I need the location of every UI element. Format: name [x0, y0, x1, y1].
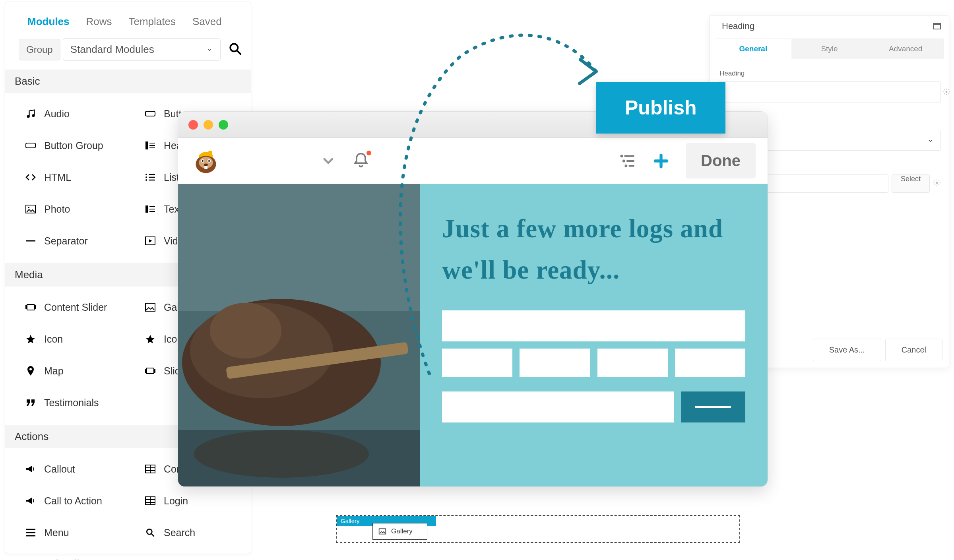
search-icon[interactable] — [228, 41, 243, 58]
svg-rect-42 — [178, 184, 420, 311]
settings-tab-style[interactable]: Style — [791, 39, 868, 59]
traffic-light-maximize[interactable] — [219, 120, 228, 130]
done-button[interactable]: Done — [686, 143, 756, 178]
star-icon — [144, 333, 157, 345]
page-content: Just a few more logs and we'll be ready.… — [178, 184, 768, 486]
bullhorn-icon — [24, 463, 37, 475]
module-login[interactable]: Login — [128, 485, 248, 517]
gallery-icon — [378, 528, 386, 535]
tab-rows[interactable]: Rows — [86, 16, 112, 28]
form-field-small-3[interactable] — [597, 349, 668, 377]
section-basic: Basic — [5, 70, 251, 93]
page-photo — [178, 184, 420, 486]
svg-rect-11 — [145, 205, 148, 213]
slider-icon — [24, 301, 37, 314]
slideshow-icon — [144, 364, 157, 377]
gallery-icon — [144, 301, 157, 314]
module-audio[interactable]: Audio — [8, 98, 128, 130]
form-field-small-1[interactable] — [442, 349, 512, 377]
notifications-button[interactable] — [352, 151, 370, 171]
tab-modules[interactable]: Modules — [27, 16, 69, 28]
beaver-logo-icon — [190, 145, 222, 177]
select-label: Standard Modules — [70, 43, 154, 56]
outline-icon[interactable] — [619, 154, 636, 168]
svg-rect-19 — [145, 369, 146, 373]
minus-icon — [24, 234, 37, 247]
traffic-light-minimize[interactable] — [204, 120, 213, 130]
module-subscribe-form[interactable]: Subscribe Form — [8, 548, 128, 560]
standard-modules-select[interactable]: Standard Modules — [63, 38, 221, 61]
save-as-button[interactable]: Save As... — [813, 339, 881, 361]
module-icon[interactable]: Icon — [8, 323, 128, 355]
module-map[interactable]: Map — [8, 355, 128, 387]
video-icon — [144, 234, 157, 247]
chevron-down-icon[interactable] — [320, 153, 336, 169]
module-html[interactable]: HTML — [8, 161, 128, 193]
svg-rect-37 — [208, 151, 212, 155]
svg-point-27 — [946, 91, 948, 93]
tab-templates[interactable]: Templates — [128, 16, 176, 28]
gallery-drop-zone[interactable]: Gallery Gallery — [336, 515, 740, 543]
group-button[interactable]: Group — [19, 39, 60, 60]
heading-field[interactable] — [718, 81, 941, 103]
module-menu[interactable]: Menu — [8, 517, 128, 548]
page-headline: Just a few more logs and we'll be ready.… — [442, 208, 745, 291]
search-icon — [144, 526, 157, 539]
gear-icon[interactable] — [933, 179, 941, 189]
app-toolbar: Done — [178, 138, 768, 184]
form-submit-button[interactable] — [681, 391, 745, 422]
select-link-button[interactable]: Select — [892, 174, 930, 193]
gear-icon[interactable] — [942, 88, 950, 97]
image-icon — [24, 203, 37, 215]
notification-dot-icon — [366, 151, 371, 155]
chevron-down-icon — [206, 46, 213, 53]
window-icon[interactable] — [933, 23, 941, 29]
settings-tab-general[interactable]: General — [715, 39, 791, 59]
modules-filter-row: Group Standard Modules — [5, 38, 251, 68]
svg-point-48 — [194, 430, 369, 478]
svg-point-1 — [27, 115, 30, 118]
svg-point-28 — [936, 182, 938, 184]
module-button-group[interactable]: Button Group — [8, 130, 128, 161]
svg-rect-3 — [145, 111, 155, 116]
module-separator[interactable]: Separator — [8, 225, 128, 257]
svg-point-17 — [29, 368, 32, 370]
chevron-down-icon — [927, 137, 934, 144]
publish-button[interactable]: Publish — [596, 82, 725, 134]
module-photo[interactable]: Photo — [8, 193, 128, 225]
page-form-area: Just a few more logs and we'll be ready.… — [420, 184, 768, 486]
module-search[interactable]: Search — [128, 517, 248, 548]
gallery-drag-chip[interactable]: Gallery — [372, 523, 427, 540]
svg-rect-14 — [25, 305, 27, 309]
module-callout[interactable]: Callout — [8, 453, 128, 485]
svg-point-35 — [204, 163, 208, 166]
svg-point-10 — [28, 207, 29, 208]
traffic-light-close[interactable] — [188, 120, 198, 130]
module-testimonials[interactable]: Testimonials — [8, 387, 128, 419]
tab-saved[interactable]: Saved — [192, 16, 222, 28]
table-icon — [144, 494, 157, 507]
plus-icon[interactable] — [652, 152, 670, 170]
star-icon — [24, 333, 37, 345]
heading-field-label: Heading — [710, 59, 949, 81]
svg-point-38 — [620, 155, 623, 157]
settings-title: Heading — [722, 21, 754, 31]
cancel-button[interactable]: Cancel — [885, 339, 942, 361]
form-field-2[interactable] — [442, 391, 674, 422]
form-field-small-4[interactable] — [675, 349, 745, 377]
svg-point-40 — [624, 164, 627, 167]
svg-point-0 — [230, 44, 238, 51]
form-field-1[interactable] — [442, 310, 745, 341]
svg-rect-15 — [35, 305, 36, 309]
svg-point-39 — [622, 159, 625, 162]
quote-icon — [24, 396, 37, 409]
button-icon — [144, 107, 157, 120]
settings-tab-advanced[interactable]: Advanced — [867, 39, 944, 59]
svg-point-23 — [147, 529, 152, 534]
form-field-small-2[interactable] — [520, 349, 590, 377]
svg-rect-16 — [145, 303, 155, 311]
text-lines-icon — [144, 203, 157, 215]
module-call-to-action[interactable]: Call to Action — [8, 485, 128, 517]
module-content-slider[interactable]: Content Slider — [8, 291, 128, 323]
svg-point-33 — [202, 160, 204, 162]
